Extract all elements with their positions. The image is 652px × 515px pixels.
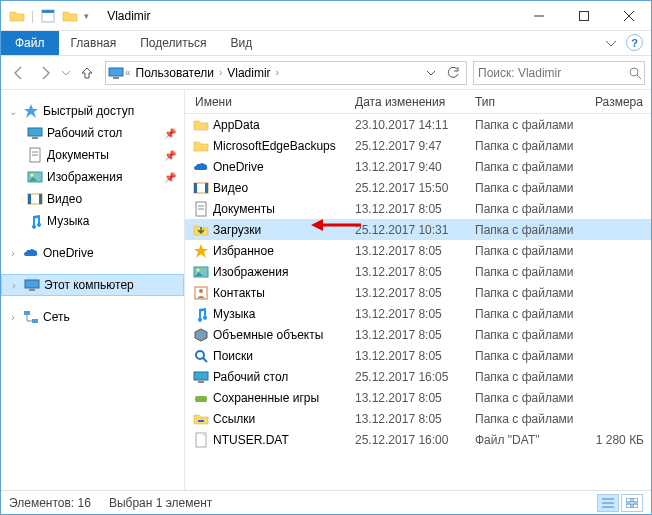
table-row[interactable]: NTUSER.DAT 25.12.2017 16:00 Файл "DAT" 1…: [185, 429, 651, 450]
tab-view[interactable]: Вид: [218, 31, 264, 55]
column-name[interactable]: Имени: [185, 95, 345, 109]
tab-home[interactable]: Главная: [59, 31, 129, 55]
table-row[interactable]: Загрузки 25.12.2017 10:31 Папка с файлам…: [185, 219, 651, 240]
table-row[interactable]: Изображения 13.12.2017 8:05 Папка с файл…: [185, 261, 651, 282]
address-bar[interactable]: « Пользователи › Vladimir ›: [105, 61, 467, 85]
tab-file[interactable]: Файл: [1, 31, 59, 55]
file-type: Папка с файлами: [465, 307, 585, 321]
table-row[interactable]: Документы 13.12.2017 8:05 Папка с файлам…: [185, 198, 651, 219]
table-row[interactable]: Музыка 13.12.2017 8:05 Папка с файлами: [185, 303, 651, 324]
music-icon: [27, 213, 43, 229]
help-button[interactable]: ?: [626, 34, 643, 51]
forward-button[interactable]: [33, 61, 57, 85]
table-row[interactable]: Избранное 13.12.2017 8:05 Папка с файлам…: [185, 240, 651, 261]
file-type: Файл "DAT": [465, 433, 585, 447]
up-button[interactable]: [75, 61, 99, 85]
table-row[interactable]: Поиски 13.12.2017 8:05 Папка с файлами: [185, 345, 651, 366]
tree-quick-item[interactable]: Рабочий стол📌: [1, 122, 184, 144]
column-type[interactable]: Тип: [465, 95, 585, 109]
search-icon[interactable]: [628, 66, 642, 80]
file-name: Музыка: [213, 307, 255, 321]
tree-item-label: Музыка: [47, 214, 89, 228]
tree-network[interactable]: › Сеть: [1, 306, 184, 328]
qat-dropdown-icon[interactable]: ▾: [84, 11, 89, 21]
table-row[interactable]: Контакты 13.12.2017 8:05 Папка с файлами: [185, 282, 651, 303]
file-date: 25.12.2017 16:00: [345, 433, 465, 447]
table-row[interactable]: OneDrive 13.12.2017 9:40 Папка с файлами: [185, 156, 651, 177]
chevron-right-icon[interactable]: ›: [7, 312, 19, 323]
refresh-button[interactable]: [442, 62, 464, 84]
column-date[interactable]: Дата изменения: [345, 95, 465, 109]
file-type: Папка с файлами: [465, 244, 585, 258]
table-row[interactable]: Видео 25.12.2017 15:50 Папка с файлами: [185, 177, 651, 198]
nav-bar: « Пользователи › Vladimir ›: [1, 56, 651, 90]
tree-quick-item[interactable]: Видео: [1, 188, 184, 210]
chevron-down-icon[interactable]: ⌄: [7, 106, 19, 117]
close-button[interactable]: [606, 1, 651, 30]
qat-properties-icon[interactable]: [40, 8, 56, 24]
file-name: Контакты: [213, 286, 265, 300]
table-row[interactable]: Рабочий стол 25.12.2017 16:05 Папка с фа…: [185, 366, 651, 387]
file-type: Папка с файлами: [465, 265, 585, 279]
svg-point-16: [31, 174, 34, 177]
chevron-right-icon[interactable]: ›: [275, 67, 280, 78]
file-name: Ссылки: [213, 412, 255, 426]
star-icon: [23, 103, 39, 119]
svg-rect-23: [32, 319, 38, 323]
maximize-button[interactable]: [561, 1, 606, 30]
file-type: Папка с файлами: [465, 286, 585, 300]
column-size[interactable]: Размера: [585, 95, 650, 109]
table-row[interactable]: MicrosoftEdgeBackups 25.12.2017 9:47 Пап…: [185, 135, 651, 156]
svg-rect-11: [32, 137, 38, 139]
tree-quick-item[interactable]: Музыка: [1, 210, 184, 232]
minimize-button[interactable]: [516, 1, 561, 30]
tree-onedrive[interactable]: › OneDrive: [1, 242, 184, 264]
tree-quick-access[interactable]: ⌄ Быстрый доступ: [1, 100, 184, 122]
file-name: Рабочий стол: [213, 370, 288, 384]
svg-point-8: [630, 68, 638, 76]
network-icon: [23, 309, 39, 325]
svg-rect-18: [28, 194, 31, 204]
view-details-button[interactable]: [597, 494, 619, 512]
table-row[interactable]: Сохраненные игры 13.12.2017 8:05 Папка с…: [185, 387, 651, 408]
chevron-right-icon[interactable]: «: [124, 67, 132, 78]
search-input[interactable]: [478, 66, 628, 80]
file-date: 13.12.2017 8:05: [345, 265, 465, 279]
table-row[interactable]: Ссылки 13.12.2017 8:05 Папка с файлами: [185, 408, 651, 429]
tab-share[interactable]: Поделиться: [128, 31, 218, 55]
svg-rect-48: [633, 504, 638, 508]
svg-rect-20: [25, 280, 39, 288]
svg-line-9: [637, 75, 641, 79]
breadcrumb-segment[interactable]: Пользователи: [132, 62, 218, 84]
tree-quick-item[interactable]: Документы📌: [1, 144, 184, 166]
breadcrumb-segment[interactable]: Vladimir: [223, 62, 274, 84]
status-selection: Выбран 1 элемент: [109, 496, 212, 510]
address-dropdown-icon[interactable]: [420, 62, 442, 84]
window-title: Vladimir: [107, 9, 150, 23]
svg-rect-19: [39, 194, 42, 204]
folder-icon: [193, 117, 209, 133]
chevron-right-icon[interactable]: ›: [8, 280, 20, 291]
back-button[interactable]: [7, 61, 31, 85]
tree-quick-item[interactable]: Изображения📌: [1, 166, 184, 188]
view-icons-button[interactable]: [621, 494, 643, 512]
file-name: Избранное: [213, 244, 274, 258]
pin-icon: 📌: [164, 150, 176, 161]
file-name: Поиски: [213, 349, 253, 363]
3d-icon: [193, 327, 209, 343]
music-icon: [193, 306, 209, 322]
chevron-right-icon[interactable]: ›: [7, 248, 19, 259]
qat-folder-icon[interactable]: [62, 8, 78, 24]
file-type: Папка с файлами: [465, 181, 585, 195]
tree-item-label: Рабочий стол: [47, 126, 122, 140]
tree-this-pc[interactable]: › Этот компьютер: [1, 274, 184, 296]
file-date: 13.12.2017 8:05: [345, 307, 465, 321]
table-row[interactable]: Объемные объекты 13.12.2017 8:05 Папка с…: [185, 324, 651, 345]
table-row[interactable]: AppData 23.10.2017 14:11 Папка с файлами: [185, 114, 651, 135]
ribbon-expand-icon[interactable]: [600, 31, 622, 55]
search-box[interactable]: [473, 61, 645, 85]
recent-dropdown-icon[interactable]: [59, 61, 73, 85]
file-date: 13.12.2017 9:40: [345, 160, 465, 174]
file-list[interactable]: AppData 23.10.2017 14:11 Папка с файлами…: [185, 114, 651, 490]
svg-rect-10: [28, 128, 42, 136]
